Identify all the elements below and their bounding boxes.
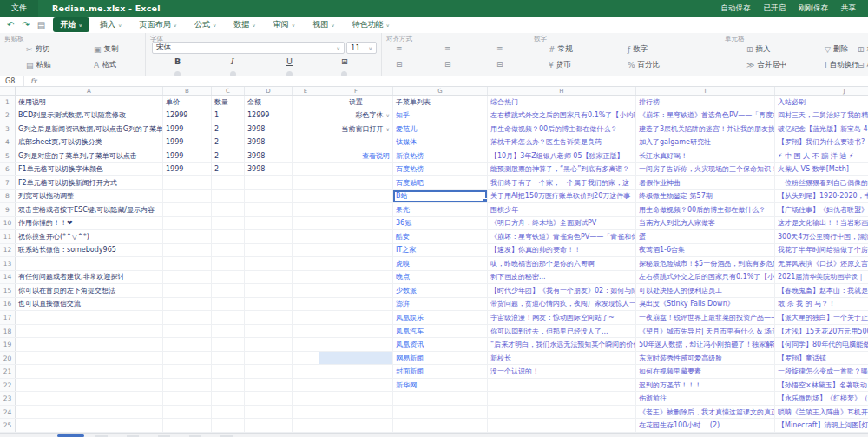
cell-C11[interactable] [212, 230, 245, 243]
cell-E19[interactable] [293, 338, 319, 351]
cell-F9[interactable] [319, 203, 393, 216]
cell-G14[interactable]: 晚点 [393, 271, 488, 284]
cell-I24[interactable]: 《老王》被删除后，我才真懂这篇课文的真正含义… [636, 406, 775, 419]
tab-1[interactable]: 开始∨ [53, 17, 89, 32]
cell-E10[interactable] [293, 217, 319, 230]
cell-E15[interactable] [293, 284, 319, 297]
cell-F1[interactable]: 设置 [319, 96, 393, 109]
align-left-button[interactable]: ⊟ [396, 60, 403, 69]
align-right-button[interactable]: ⊟ [496, 60, 503, 69]
cell-J3[interactable]: 破亿纪念【蓝光版】新宝岛 4K高清修复 [775, 122, 868, 136]
cell-D14[interactable] [245, 271, 293, 284]
cell-H6[interactable]: 能预测股票的神算子，“黑心”到底有多离谱？ [488, 163, 636, 176]
cell-J18[interactable]: 【才浅】15天花20万元用500克黄金敲… [775, 325, 868, 338]
cell-G18[interactable]: 凤凰汽车 [393, 325, 488, 338]
cell-E16[interactable] [293, 298, 319, 311]
cell-D24[interactable] [245, 406, 293, 419]
cell-H22[interactable] [488, 379, 636, 392]
column-header-I[interactable]: I [636, 87, 775, 95]
tab-3[interactable]: 页面布局∨ [133, 17, 184, 32]
cell-E22[interactable] [293, 379, 319, 392]
font-name-select[interactable]: 宋体 ∨ [152, 42, 345, 54]
cell-H12[interactable]: 【速发】你真的帅的要命！！ [488, 244, 636, 257]
cell-I15[interactable]: 可以处决怪人的便利店员工 [636, 284, 775, 297]
cell-G2[interactable]: 知乎 [393, 109, 488, 122]
cell-J11[interactable]: 300天4万公里骑行中国，漂流相机… [775, 230, 868, 243]
number-percent-button[interactable]: % 百分比 [628, 60, 660, 70]
cell-G9[interactable]: 果壳 [393, 203, 488, 216]
cell-E7[interactable] [293, 176, 319, 189]
share-button[interactable]: 共享 [841, 3, 856, 14]
cell-G19[interactable]: 凤凰资讯 [393, 338, 488, 351]
cell-G8[interactable]: B站 [393, 190, 488, 203]
cell-D18[interactable] [245, 325, 293, 338]
wrap-text-button[interactable]: Ⅰ 自动换行 [825, 60, 859, 70]
cell-H21[interactable]: 没一个认识的！ [488, 365, 636, 378]
cell-E11[interactable] [293, 230, 319, 243]
cell-G21[interactable]: 封面新闻 [393, 365, 488, 378]
italic-button[interactable]: I [230, 56, 233, 66]
cell-C13[interactable] [212, 257, 245, 270]
cell-C22[interactable] [212, 379, 245, 392]
cell-B13[interactable] [163, 257, 212, 270]
row-header-2[interactable]: 2 [0, 109, 16, 122]
align-middle-button[interactable]: ≡ [444, 44, 451, 53]
undo-icon[interactable]: ↶ [7, 20, 14, 30]
column-header-C[interactable]: C [212, 87, 245, 95]
cell-E1[interactable] [293, 96, 319, 109]
cell-G22[interactable]: 新华网 [393, 379, 488, 392]
cell-J6[interactable]: 火柴人 VS 数学[Math] [775, 163, 868, 176]
cell-F15[interactable] [319, 284, 393, 297]
cell-H13[interactable]: 呔，昨晚祸害的那个是你的六哥啊 [488, 257, 636, 270]
cell-J15[interactable]: 【春晚鬼畜】赵本山：我就是念诗之王 [775, 284, 868, 297]
cell-G3[interactable]: 爱范儿 [393, 122, 488, 136]
cell-I2[interactable]: 《崩坏：星穹铁道》首选角色PV——「再度相逢」 [636, 109, 775, 122]
cell-E18[interactable] [293, 325, 319, 338]
cell-C14[interactable] [212, 271, 245, 284]
cell-C3[interactable]: 2 [212, 122, 245, 136]
cell-A25[interactable] [16, 419, 163, 432]
cell-C6[interactable]: 2 [212, 163, 245, 176]
column-header-F[interactable]: F [319, 87, 393, 95]
cell-J12[interactable]: 我花了半年时间给猫做了个房子 [775, 244, 868, 257]
cell-J25[interactable]: 【Minecraft】清明上河图[灯火辉煌] [775, 419, 868, 432]
cell-J9[interactable]: 【广场往事】《妇仇者联盟》：抢… [775, 203, 868, 216]
row-header-3[interactable]: 3 [0, 122, 16, 136]
cell-H18[interactable]: 你可以回到过去，但那里已经没人了... [488, 325, 636, 338]
cell-J24[interactable]: 唢呐《兰陵王入阵曲》耳机开最大… [775, 406, 868, 419]
cell-I17[interactable]: 一夜崩盘！锐评世界上最韭菜的投资产品——CS2饰品 [636, 311, 775, 324]
cell-H10[interactable]: 《明日方舟：终末地》全面测试PV [488, 217, 636, 230]
cell-D20[interactable] [245, 352, 293, 365]
cell-J14[interactable]: 2021届清华美院动画毕设｜《万华镜》 [775, 271, 868, 284]
cell-H8[interactable]: 关于用AI把150万医疗账单砍价到20万这件事 [488, 190, 636, 203]
align-bottom-button[interactable]: ≡ [496, 44, 503, 53]
tab-4[interactable]: 公式∨ [187, 17, 223, 32]
cell-C8[interactable] [212, 190, 245, 203]
cell-E20[interactable] [293, 352, 319, 365]
font-size-select[interactable]: 11 ∨ [346, 42, 377, 54]
row-header-18[interactable]: 18 [0, 325, 16, 338]
cell-J1[interactable]: 入站必刷 [775, 96, 868, 109]
column-header-A[interactable]: A [16, 87, 163, 95]
cell-D23[interactable] [245, 392, 293, 405]
row-header-22[interactable]: 22 [0, 379, 16, 392]
cell-H1[interactable]: 综合热门 [488, 96, 636, 109]
name-box[interactable]: G8 [0, 76, 24, 86]
cell-D6[interactable]: 3998 [245, 163, 293, 176]
cell-B1[interactable]: 单价 [163, 96, 212, 109]
format-painter-button[interactable]: A 格式 [94, 60, 116, 70]
clipboard-icon[interactable]: ▤ [37, 20, 45, 30]
bold-button[interactable]: B [174, 56, 181, 66]
cell-J22[interactable]: 【孙悟空×林黛玉】名著联动｜假如… [775, 379, 868, 392]
cell-J16[interactable]: 敢 杀 我 的 马？！ [775, 298, 868, 311]
select-all-corner[interactable] [0, 87, 16, 95]
row-header-13[interactable]: 13 [0, 257, 16, 270]
cell-I10[interactable]: 当南方人到北方人家做客 [636, 217, 775, 230]
cell-A10[interactable]: 作用你懂的！！❤ [16, 217, 163, 230]
cell-D22[interactable] [245, 379, 293, 392]
cell-B11[interactable] [163, 230, 212, 243]
cell-A8[interactable]: 列宽可以拖动调整 [16, 190, 163, 203]
fx-icon[interactable]: fx [24, 76, 43, 86]
cell-F5[interactable]: 查看说明 [319, 149, 393, 162]
cell-J7[interactable]: 一位粉丝狠狠看到自己偶像的样子 [775, 176, 868, 189]
